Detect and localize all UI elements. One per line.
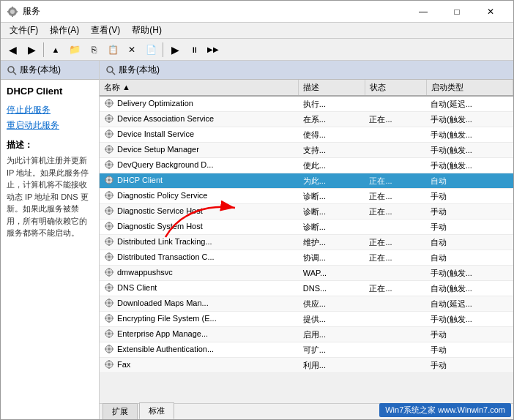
svg-rect-33 — [112, 149, 114, 150]
table-row[interactable]: Device Install Service使得...手动(触发... — [100, 127, 513, 143]
table-row[interactable]: DHCP Client为此...正在...自动 — [100, 173, 513, 189]
services-table: 名称 ▲ 描述 状态 启动类型 — [100, 80, 513, 373]
service-startup-cell: 手动(触发... — [426, 127, 513, 143]
back-button[interactable]: ◀ — [4, 41, 21, 59]
table-row[interactable]: Fax利用...手动 — [100, 358, 513, 373]
table-row[interactable]: Distributed Transaction C...协调...正在...自动 — [100, 250, 513, 266]
folder-button[interactable]: 📁 — [66, 41, 83, 59]
service-name-cell: Device Install Service — [100, 127, 299, 143]
svg-rect-74 — [105, 256, 107, 258]
service-desc-cell: 供应... — [299, 296, 365, 312]
table-row[interactable]: Encrypting File System (E...提供...手动(触发..… — [100, 312, 513, 327]
table-row[interactable]: Diagnostic Service Host诊断...正在...手动 — [100, 204, 513, 220]
services-table-container: 名称 ▲ 描述 状态 启动类型 — [100, 80, 513, 403]
menu-help[interactable]: 帮助(H) — [126, 23, 168, 38]
svg-point-53 — [108, 209, 111, 212]
title-controls: — □ ✕ — [406, 1, 507, 23]
table-row[interactable]: Extensible Authentication...可扩...手动 — [100, 342, 513, 358]
table-row[interactable]: Distributed Link Tracking...维护...正在...自动 — [100, 235, 513, 250]
stop-service-link[interactable]: 停止此服务 — [7, 104, 93, 116]
menu-action[interactable]: 操作(A) — [44, 23, 85, 38]
sidebar-header-label: 服务(本地) — [20, 64, 61, 76]
properties-button[interactable]: 📄 — [142, 41, 160, 59]
table-row[interactable]: Delivery Optimization执行...自动(延迟... — [100, 96, 513, 112]
title-bar: 服务 — □ ✕ — [1, 1, 513, 23]
svg-rect-80 — [105, 271, 107, 273]
right-header: 服务(本地) — [100, 61, 513, 80]
tab-expand[interactable]: 扩展 — [103, 403, 138, 419]
svg-point-11 — [108, 102, 111, 105]
table-header-row: 名称 ▲ 描述 状态 启动类型 — [100, 80, 513, 96]
table-row[interactable]: Diagnostic System Host诊断...手动 — [100, 220, 513, 235]
play-button[interactable]: ▶ — [166, 41, 184, 59]
svg-rect-103 — [108, 337, 110, 339]
svg-rect-38 — [105, 164, 107, 165]
service-name-cell: Distributed Transaction C... — [100, 250, 299, 266]
svg-point-89 — [108, 301, 111, 304]
tab-standard[interactable]: 标准 — [139, 402, 174, 419]
toolbar-separator-2 — [163, 42, 163, 57]
svg-rect-55 — [108, 214, 110, 216]
menu-view[interactable]: 查看(V) — [85, 23, 126, 38]
sidebar-header: 服务(本地) — [1, 61, 99, 80]
svg-rect-91 — [108, 306, 110, 308]
table-row[interactable]: Diagnostic Policy Service诊断...正在...手动 — [100, 189, 513, 204]
svg-rect-75 — [112, 256, 114, 258]
paste-button[interactable]: 📋 — [104, 41, 122, 59]
table-row[interactable]: DNS ClientDNS...正在...自动(触发... — [100, 281, 513, 296]
svg-line-9 — [112, 72, 115, 75]
svg-rect-50 — [105, 195, 107, 196]
skip-button[interactable]: ▶▶ — [204, 41, 222, 59]
menu-file[interactable]: 文件(F) — [4, 23, 44, 38]
svg-point-17 — [108, 117, 111, 120]
service-status-cell — [365, 342, 426, 358]
service-startup-cell: 自动 — [426, 235, 513, 250]
svg-rect-99 — [112, 318, 114, 319]
table-row[interactable]: Device Association Service在系...正在...手动(触… — [100, 112, 513, 127]
minimize-button[interactable]: — — [406, 1, 440, 23]
table-row[interactable]: DevQuery Background D...使此...手动(触发... — [100, 158, 513, 173]
svg-rect-68 — [105, 241, 107, 242]
pause-button[interactable]: ⏸ — [185, 41, 203, 59]
table-row[interactable]: Downloaded Maps Man...供应...自动(延迟... — [100, 296, 513, 312]
table-row[interactable]: dmwappushsvcWAP...手动(触发... — [100, 266, 513, 281]
col-startup[interactable]: 启动类型 — [426, 80, 513, 96]
col-status[interactable]: 状态 — [365, 80, 426, 96]
up-button[interactable]: ▲ — [47, 41, 64, 59]
window-title: 服务 — [23, 5, 40, 18]
delete-button[interactable]: ✕ — [123, 41, 141, 59]
service-name-cell: Extensible Authentication... — [100, 342, 299, 358]
service-status-cell — [365, 358, 426, 373]
close-button[interactable]: ✕ — [474, 1, 507, 23]
svg-rect-109 — [108, 352, 110, 354]
forward-button[interactable]: ▶ — [23, 41, 40, 59]
col-desc[interactable]: 描述 — [299, 80, 365, 96]
restart-service-link[interactable]: 重启动此服务 — [7, 119, 93, 132]
svg-rect-42 — [108, 176, 110, 178]
svg-rect-73 — [108, 260, 110, 262]
table-row[interactable]: Device Setup Manager支持...手动(触发... — [100, 143, 513, 158]
table-row[interactable]: Enterprise App Manage...启用...手动 — [100, 327, 513, 342]
svg-rect-51 — [112, 195, 114, 196]
svg-rect-108 — [108, 345, 110, 347]
maximize-button[interactable]: □ — [440, 1, 474, 23]
svg-rect-20 — [105, 118, 107, 119]
svg-rect-66 — [108, 237, 110, 239]
service-name-cell: Downloaded Maps Man... — [100, 296, 299, 312]
service-desc-cell: 诊断... — [299, 204, 365, 220]
service-name-cell: Diagnostic System Host — [100, 220, 299, 235]
svg-rect-85 — [108, 290, 110, 293]
svg-point-59 — [108, 225, 111, 228]
svg-rect-21 — [112, 118, 114, 119]
copy-button[interactable]: ⎘ — [85, 41, 103, 59]
service-desc-cell: 利用... — [299, 358, 365, 373]
service-name-cell: DevQuery Background D... — [100, 158, 299, 173]
service-status-cell: 正在... — [365, 189, 426, 204]
col-name[interactable]: 名称 ▲ — [100, 80, 299, 96]
service-startup-cell: 自动(延迟... — [426, 296, 513, 312]
service-name-cell: Diagnostic Service Host — [100, 204, 299, 220]
svg-rect-96 — [108, 314, 110, 316]
svg-point-23 — [108, 132, 111, 135]
svg-point-113 — [108, 363, 111, 366]
service-desc-cell: 可扩... — [299, 342, 365, 358]
